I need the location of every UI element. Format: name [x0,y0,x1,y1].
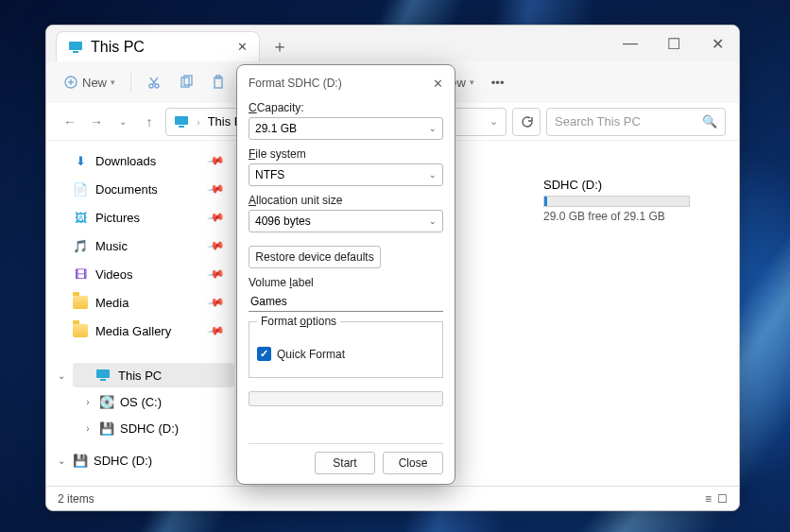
chevron-right-icon[interactable]: › [82,397,94,407]
sidebar-item-documents[interactable]: 📄 Documents 📌 [46,175,234,203]
refresh-button[interactable] [512,108,541,136]
svg-rect-0 [69,42,82,50]
chevron-down-icon: ▾ [111,77,115,87]
pin-icon: 📌 [206,321,225,340]
allocation-unit-select[interactable]: 4096 bytes ⌄ [249,210,443,232]
allocation-unit-value: 4096 bytes [255,215,311,228]
refresh-icon [520,115,533,129]
new-tab-button[interactable]: ＋ [266,32,294,60]
pin-icon: 📌 [206,265,225,283]
dialog-title: Format SDHC (D:) [249,77,342,90]
close-dialog-button[interactable]: Close [383,452,443,474]
monitor-icon [68,40,83,55]
volume-label-input[interactable] [249,291,443,312]
format-options-group: Format options ✓ Quick Format [249,321,443,378]
sidebar-label: Music [95,239,128,253]
restore-defaults-button[interactable]: Restore device defaults [249,246,381,268]
paste-button[interactable] [203,67,233,97]
sidebar-label: Media [95,296,129,310]
sidebar-item-videos[interactable]: 🎞 Videos 📌 [46,260,234,288]
capacity-label: CCapacity: [249,101,443,114]
copy-button[interactable] [171,67,201,97]
new-label: New [82,76,107,90]
search-input[interactable]: Search This PC 🔍 [546,108,726,136]
sidebar-label: SDHC (D:) [94,454,152,468]
monitor-icon [174,114,189,129]
chevron-down-icon[interactable]: ⌄ [489,115,498,128]
chevron-down-icon[interactable]: ⌄ [56,455,67,466]
close-button[interactable]: ✕ [696,26,739,61]
close-tab-icon[interactable]: ✕ [237,40,248,54]
download-icon: ⬇ [73,153,88,168]
svg-rect-17 [100,379,106,381]
maximize-button[interactable]: ☐ [652,26,696,61]
allocation-unit-label: Allocation unit size [249,194,443,207]
sidebar-label: SDHC (D:) [120,421,179,436]
tab-this-pc[interactable]: This PC ✕ [56,31,260,61]
capacity-select[interactable]: 29.1 GB ⌄ [249,117,443,140]
window-controls: — ☐ ✕ [609,26,739,61]
start-button[interactable]: Start [315,452,375,474]
capacity-value: 29.1 GB [255,122,297,135]
pin-icon: 📌 [206,180,225,198]
sidebar-label: Pictures [95,211,140,225]
sd-card-icon: 💾 [73,453,88,468]
format-dialog: Format SDHC (D:) ✕ CCapacity: 29.1 GB ⌄ … [236,64,455,485]
new-button[interactable]: New ▾ [56,67,123,97]
sidebar-item-pictures[interactable]: 🖼 Pictures 📌 [46,203,234,232]
chevron-right-icon: › [197,116,200,128]
status-bar: 2 items ≡ ☐ [46,486,739,510]
volume-label-label: Volume label [249,276,443,289]
drive-free-text: 29.0 GB free of 29.1 GB [543,210,690,223]
recent-locations-button[interactable]: ⌄ [112,112,133,132]
format-progress-bar [249,391,443,406]
sidebar-item-sdhc-d-root[interactable]: ⌄ 💾 SDHC (D:) [46,447,234,473]
svg-rect-1 [73,51,78,53]
sidebar: ⬇ Downloads 📌 📄 Documents 📌 🖼 Pictures 📌… [46,141,235,486]
details-view-button[interactable]: ≡ [705,492,712,506]
dialog-close-button[interactable]: ✕ [433,77,443,91]
quick-format-checkbox[interactable]: ✓ Quick Format [257,347,435,361]
pin-icon: 📌 [206,293,225,312]
chevron-down-icon[interactable]: ⌄ [56,370,67,381]
search-icon: 🔍 [702,114,717,129]
more-button[interactable]: ••• [484,67,512,97]
sidebar-item-music[interactable]: 🎵 Music 📌 [46,232,234,260]
search-placeholder: Search This PC [555,114,641,129]
sidebar-item-downloads[interactable]: ⬇ Downloads 📌 [46,146,234,175]
sidebar-item-sdhc-d[interactable]: › 💾 SDHC (D:) [46,415,234,441]
filesystem-select[interactable]: NTFS ⌄ [249,163,443,186]
drive-sdhc-d[interactable]: SDHC (D:) 29.0 GB free of 29.1 GB [543,178,732,223]
checkmark-icon: ✓ [257,347,271,361]
pin-icon: 📌 [206,151,225,170]
copy-icon [179,75,194,90]
sidebar-label: OS (C:) [120,395,162,409]
capacity-label-text: Capacity: [257,101,304,114]
forward-button[interactable]: → [86,112,107,132]
svg-rect-15 [179,126,184,128]
chevron-down-icon: ▾ [470,77,474,87]
sidebar-item-media[interactable]: Media 📌 [46,288,234,317]
sidebar-item-this-pc[interactable]: ⌄ This PC [46,362,234,388]
up-button[interactable]: ↑ [139,112,160,132]
svg-rect-16 [96,369,110,378]
chevron-down-icon: ⌄ [429,170,437,180]
drive-name: SDHC (D:) [543,178,690,192]
chevron-right-icon[interactable]: › [82,423,94,434]
sidebar-item-os-c[interactable]: › 💽 OS (C:) [46,388,234,415]
chevron-down-icon: ⌄ [429,124,437,133]
sd-card-icon: 💾 [99,420,114,436]
sidebar-label: Downloads [95,154,156,168]
start-label: Start [333,456,356,470]
format-options-label: Format options [257,315,340,328]
minimize-button[interactable]: — [609,26,652,61]
back-button[interactable]: ← [60,112,80,132]
item-count: 2 items [58,492,94,506]
cut-button[interactable] [139,67,169,97]
folder-icon [73,323,88,338]
titlebar: This PC ✕ ＋ — ☐ ✕ [46,26,739,61]
sidebar-item-media-gallery[interactable]: Media Gallery 📌 [46,317,234,345]
restore-defaults-label: Restore device defaults [255,250,373,264]
music-icon: 🎵 [73,238,88,253]
tiles-view-button[interactable]: ☐ [717,492,728,506]
